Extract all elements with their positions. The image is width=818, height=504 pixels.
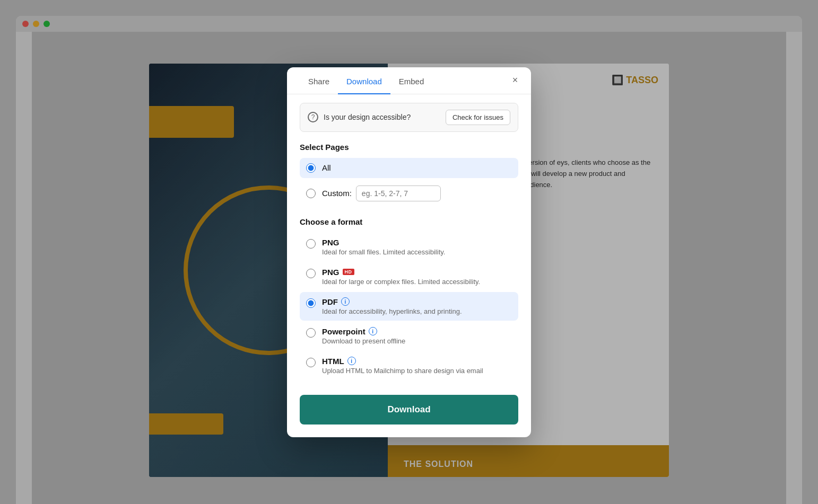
format-option-powerpoint[interactable]: Powerpoint i Download to present offline	[300, 322, 518, 350]
format-name-png-hd: PNG HD	[322, 268, 480, 277]
format-info-png-hd: PNG HD Ideal for large or complex files.…	[322, 268, 480, 286]
format-radio-powerpoint[interactable]	[306, 328, 316, 338]
format-name-powerpoint: Powerpoint i	[322, 327, 405, 336]
modal-body: ? Is your design accessible? Check for i…	[287, 94, 531, 437]
download-modal: Share Download Embed × ? Is your design …	[287, 67, 531, 437]
format-desc-html: Upload HTML to Mailchimp to share design…	[322, 367, 483, 375]
pages-section: Select Pages All Custom:	[300, 143, 518, 207]
modal-header: Share Download Embed ×	[287, 67, 531, 94]
format-info-html: HTML i Upload HTML to Mailchimp to share…	[322, 357, 483, 375]
format-option-png[interactable]: PNG Ideal for small files. Limited acces…	[300, 233, 518, 261]
format-name-pdf: PDF i	[322, 297, 462, 306]
format-radio-png[interactable]	[306, 239, 316, 249]
format-info-pdf: PDF i Ideal for accessibility, hyperlink…	[322, 297, 462, 315]
tab-share[interactable]: Share	[300, 67, 338, 94]
modal-overlay: Share Download Embed × ? Is your design …	[0, 0, 818, 504]
pages-section-title: Select Pages	[300, 143, 518, 152]
check-issues-button[interactable]: Check for issues	[446, 110, 510, 125]
close-button[interactable]: ×	[508, 73, 523, 88]
pdf-info-icon[interactable]: i	[341, 297, 350, 306]
format-radio-html[interactable]	[306, 358, 316, 367]
page-option-custom[interactable]: Custom:	[300, 180, 518, 207]
accessibility-icon: ?	[308, 112, 318, 122]
download-button[interactable]: Download	[300, 395, 518, 425]
accessibility-banner: ? Is your design accessible? Check for i…	[300, 103, 518, 132]
html-info-icon[interactable]: i	[347, 357, 356, 365]
format-desc-png: Ideal for small files. Limited accessibi…	[322, 248, 445, 256]
page-radio-custom[interactable]	[306, 189, 316, 198]
format-option-html[interactable]: HTML i Upload HTML to Mailchimp to share…	[300, 351, 518, 380]
format-option-png-hd[interactable]: PNG HD Ideal for large or complex files.…	[300, 262, 518, 291]
page-all-label: All	[322, 163, 331, 172]
page-radio-all[interactable]	[306, 163, 316, 173]
format-radio-pdf[interactable]	[306, 298, 316, 308]
format-name-html: HTML i	[322, 357, 483, 366]
page-option-all[interactable]: All	[300, 158, 518, 178]
format-radio-png-hd[interactable]	[306, 269, 316, 278]
tab-download[interactable]: Download	[338, 67, 390, 94]
format-section: Choose a format PNG Ideal for small file…	[300, 217, 518, 380]
format-desc-powerpoint: Download to present offline	[322, 337, 405, 345]
powerpoint-info-icon[interactable]: i	[369, 327, 377, 335]
custom-pages-input[interactable]	[356, 185, 441, 201]
tab-embed[interactable]: Embed	[390, 67, 433, 94]
format-section-title: Choose a format	[300, 217, 518, 226]
page-custom-label: Custom:	[322, 189, 352, 198]
format-desc-pdf: Ideal for accessibility, hyperlinks, and…	[322, 307, 462, 315]
accessibility-question: Is your design accessible?	[324, 113, 440, 121]
format-name-png: PNG	[322, 238, 445, 247]
format-info-png: PNG Ideal for small files. Limited acces…	[322, 238, 445, 256]
format-desc-png-hd: Ideal for large or complex files. Limite…	[322, 278, 480, 286]
hd-badge: HD	[343, 269, 354, 275]
format-option-pdf[interactable]: PDF i Ideal for accessibility, hyperlink…	[300, 292, 518, 321]
format-info-powerpoint: Powerpoint i Download to present offline	[322, 327, 405, 345]
